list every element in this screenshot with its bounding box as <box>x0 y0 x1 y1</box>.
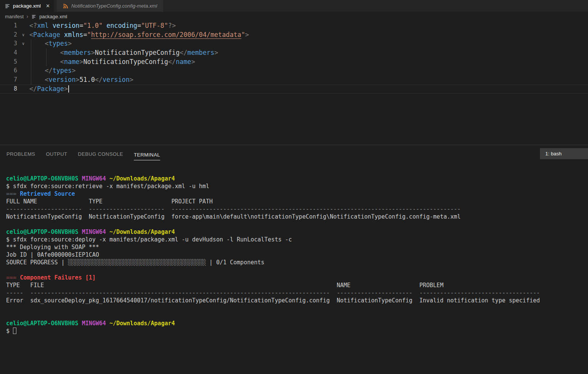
feed-icon <box>63 3 69 9</box>
chevron-right-icon: › <box>26 13 28 19</box>
panel-tab-output[interactable]: OUTPUT <box>46 151 67 157</box>
code-text: <members>NotificationTypeConfig</members… <box>29 48 218 58</box>
terminal-line: ---------------------- -----------------… <box>6 205 588 213</box>
terminal-line: ----- ----------------------------------… <box>6 289 588 297</box>
bottom-panel: PROBLEMS OUTPUT DEBUG CONSOLE TERMINAL 1… <box>0 145 588 374</box>
terminal-instance-select[interactable]: 1: bash <box>540 148 588 159</box>
editor-lines: 1<?xml version="1.0" encoding="UTF-8"?>2… <box>0 21 588 94</box>
code-editor[interactable]: 1<?xml version="1.0" encoding="UTF-8"?>2… <box>0 21 588 145</box>
terminal-line: FULL NAME TYPE PROJECT PATH <box>6 198 588 205</box>
tab-label: package.xml <box>13 3 41 9</box>
terminal-cursor <box>13 328 16 334</box>
code-line[interactable]: 4 <members>NotificationTypeConfig</membe… <box>0 48 588 58</box>
terminal-line: Job ID | 0Afe000000sIEP1CAO <box>6 251 588 259</box>
vscode-window: package.xml ✕ NotificationTypeConfig.con… <box>0 0 588 374</box>
close-icon[interactable]: ✕ <box>46 3 50 9</box>
terminal-line: Error sdx_sourceDeploy_pkg_1617664540017… <box>6 297 588 304</box>
terminal-line: TYPE FILE NAME PROBLEM <box>6 281 588 289</box>
editor-tabbar: package.xml ✕ NotificationTypeConfig.con… <box>0 0 588 12</box>
terminal-line: *** Deploying with SOAP *** <box>6 243 588 251</box>
terminal-line: $ sfdx force:source:retrieve -x manifest… <box>6 182 588 190</box>
fold-chevron-icon[interactable]: ∨ <box>17 39 29 48</box>
code-text: </types> <box>29 66 76 75</box>
code-line[interactable]: 1<?xml version="1.0" encoding="UTF-8"?> <box>0 21 588 30</box>
line-number: 3 <box>0 39 17 48</box>
line-number: 1 <box>0 21 17 30</box>
code-text: <Package xmlns="http://soap.sforce.com/2… <box>29 30 249 40</box>
terminal-line: SOURCE PROGRESS | ░░░░░░░░░░░░░░░░░░░░░░… <box>6 259 588 266</box>
code-line[interactable]: 8</Package> <box>0 85 588 94</box>
code-line[interactable]: 5 <name>NotificationTypeConfig</name> <box>0 58 588 67</box>
terminal[interactable]: celio@LAPTOP-O6NVBH0S MINGW64 ~/Download… <box>0 163 588 335</box>
line-number: 7 <box>0 75 17 85</box>
terminal-line: === Component Failures [1] <box>6 274 588 281</box>
breadcrumb-item-file[interactable]: package.xml <box>39 14 67 19</box>
terminal-line: $ <box>6 327 588 335</box>
panel-header: PROBLEMS OUTPUT DEBUG CONSOLE TERMINAL 1… <box>0 145 588 163</box>
terminal-line: celio@LAPTOP-O6NVBH0S MINGW64 ~/Download… <box>6 228 588 236</box>
code-line[interactable]: 3∨ <types> <box>0 39 588 48</box>
indent-guide <box>31 58 31 67</box>
indent-guide <box>31 66 31 75</box>
line-number: 8 <box>0 85 17 94</box>
tab-label: NotificationTypeConfig.config-meta.xml <box>71 3 157 9</box>
editor-cursor <box>68 85 69 93</box>
terminal-line: $ sfdx force:source:deploy -x manifest/p… <box>6 236 588 243</box>
terminal-line: celio@LAPTOP-O6NVBH0S MINGW64 ~/Download… <box>6 175 588 182</box>
code-line[interactable]: 7 <version>51.0</version> <box>0 75 588 85</box>
panel-tab-terminal[interactable]: TERMINAL <box>134 150 160 160</box>
xml-file-icon <box>31 14 37 19</box>
tab-package-xml[interactable]: package.xml ✕ <box>0 0 54 12</box>
indent-guide <box>46 58 47 67</box>
code-text: <version>51.0</version> <box>29 75 133 85</box>
code-line[interactable]: 2∨<Package xmlns="http://soap.sforce.com… <box>0 30 588 40</box>
terminal-line <box>6 221 588 228</box>
panel-tab-problems[interactable]: PROBLEMS <box>6 151 35 157</box>
code-line[interactable]: 6 </types> <box>0 66 588 75</box>
code-text: <?xml version="1.0" encoding="UTF-8"?> <box>29 21 176 30</box>
breadcrumb-item-manifest[interactable]: manifest <box>5 14 24 19</box>
code-text: <name>NotificationTypeConfig</name> <box>29 58 195 67</box>
indent-guide <box>31 48 31 58</box>
terminal-line: === Retrieved Source <box>6 190 588 198</box>
line-number: 2 <box>0 30 17 40</box>
indent-guide <box>46 48 47 58</box>
panel-tab-debug-console[interactable]: DEBUG CONSOLE <box>78 151 123 157</box>
terminal-line <box>6 266 588 274</box>
line-number: 4 <box>0 48 17 58</box>
terminal-line: celio@LAPTOP-O6NVBH0S MINGW64 ~/Download… <box>6 320 588 327</box>
line-number: 6 <box>0 66 17 75</box>
terminal-line: NotificationTypeConfig NotificationTypeC… <box>6 213 588 221</box>
terminal-line <box>6 304 588 312</box>
terminal-line <box>6 312 588 320</box>
breadcrumb: manifest › package.xml <box>0 12 588 21</box>
line-number: 5 <box>0 58 17 67</box>
code-text: </Package> <box>29 85 69 94</box>
indent-guide <box>31 39 31 48</box>
xml-file-icon <box>5 3 10 9</box>
fold-chevron-icon[interactable]: ∨ <box>17 30 29 40</box>
indent-guide <box>31 75 31 85</box>
tab-notificationtypeconfig[interactable]: NotificationTypeConfig.config-meta.xml <box>57 0 163 12</box>
code-text: <types> <box>29 39 72 48</box>
